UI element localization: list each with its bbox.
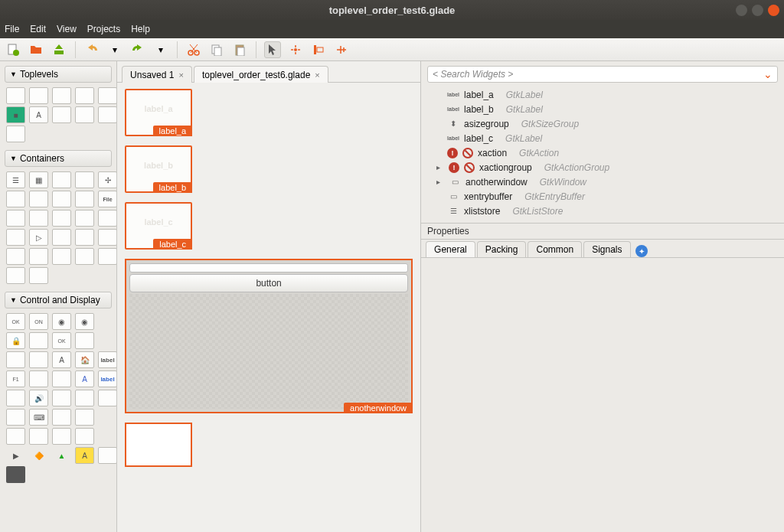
palette-item[interactable] (6, 409, 25, 426)
menu-view[interactable]: View (57, 24, 77, 34)
palette-item[interactable]: ■ (6, 106, 25, 123)
widget-label-c[interactable]: label_c label_c (125, 202, 192, 250)
tab-unsaved-1[interactable]: Unsaved 1× (122, 66, 192, 83)
palette-item[interactable] (29, 87, 48, 104)
palette-item[interactable] (29, 428, 48, 445)
palette-item[interactable] (98, 332, 117, 349)
palette-item[interactable] (75, 191, 94, 207)
menu-edit[interactable]: Edit (30, 24, 46, 34)
tab-signals[interactable]: Signals (583, 241, 630, 257)
palette-item[interactable] (98, 428, 117, 445)
palette-item[interactable] (98, 106, 117, 123)
palette-item[interactable] (98, 409, 117, 426)
close-icon[interactable]: × (315, 70, 319, 80)
palette-item[interactable] (6, 87, 25, 104)
palette-item[interactable] (6, 126, 25, 142)
tab-general[interactable]: General (426, 241, 475, 257)
palette-item[interactable] (98, 313, 117, 330)
palette-item[interactable]: A (75, 447, 94, 464)
tab-file[interactable]: toplevel_order_test6.glade× (194, 66, 328, 83)
palette-item[interactable] (98, 210, 117, 227)
palette-item[interactable]: OK (52, 332, 71, 349)
new-icon[interactable] (5, 41, 21, 58)
palette-item[interactable] (75, 428, 94, 445)
palette-item[interactable] (52, 87, 71, 104)
palette-item[interactable] (52, 370, 71, 387)
tree-item-xentrybuffer[interactable]: ▭ xentrybufferGtkEntryBuffer (426, 189, 779, 204)
redo-icon[interactable] (129, 41, 146, 58)
palette-item[interactable]: 🔒 (6, 332, 25, 349)
search-widgets-input[interactable]: < Search Widgets > ⌄ (427, 66, 778, 83)
palette-item[interactable]: ▶ (6, 447, 25, 464)
palette-item[interactable] (98, 87, 117, 104)
cut-icon[interactable] (185, 41, 202, 58)
palette-item[interactable] (29, 332, 48, 349)
palette-item[interactable] (6, 229, 25, 246)
align-icon[interactable] (333, 41, 350, 58)
tree-item-asizegroup[interactable]: ⬍ asizegroupGtkSizeGroup (426, 116, 779, 131)
palette-item[interactable] (29, 210, 48, 227)
tree-item-xaction[interactable]: ! xactionGtkAction (426, 145, 779, 160)
menu-projects[interactable]: Projects (87, 24, 120, 34)
accessibility-icon[interactable]: ✦ (635, 245, 648, 257)
chevron-down-icon[interactable]: ⌄ (763, 68, 773, 80)
palette-item[interactable] (75, 390, 94, 406)
palette-item[interactable] (75, 87, 94, 104)
palette-section-toplevels[interactable]: ▼Toplevels (5, 66, 112, 83)
drag-resize-icon[interactable] (287, 41, 304, 58)
palette-item[interactable]: A (29, 106, 48, 123)
palette-item[interactable] (75, 248, 94, 265)
window-entry-placeholder[interactable] (129, 263, 408, 273)
palette-section-control-display[interactable]: ▼Control and Display (5, 292, 112, 308)
palette-item[interactable] (75, 210, 94, 227)
palette-item[interactable] (75, 171, 94, 188)
close-icon[interactable]: × (178, 70, 183, 80)
palette-item[interactable] (52, 248, 71, 265)
palette-item[interactable] (29, 191, 48, 207)
palette-item[interactable] (98, 390, 117, 406)
palette-item[interactable] (52, 409, 71, 426)
palette-item[interactable] (6, 267, 25, 284)
palette-item[interactable] (29, 248, 48, 265)
tree-item-xliststore[interactable]: ☰ xliststoreGtkListStore (426, 204, 779, 218)
window-close-button[interactable] (768, 5, 779, 16)
tree-item-anotherwindow[interactable]: ▸▭ anotherwindowGtkWindow (426, 175, 779, 189)
palette-item[interactable] (52, 171, 71, 188)
palette-item[interactable] (52, 390, 71, 406)
design-canvas[interactable]: label_a label_a label_b label_b label_c … (117, 83, 420, 532)
palette-item[interactable] (52, 428, 71, 445)
open-icon[interactable] (28, 41, 44, 58)
tree-item-label_c[interactable]: label label_cGtkLabel (426, 131, 779, 145)
window-maximize-button[interactable] (752, 5, 763, 16)
palette-item[interactable]: 🔶 (29, 447, 48, 464)
palette-item[interactable]: A (75, 370, 94, 387)
palette-item[interactable] (52, 106, 71, 123)
palette-item[interactable] (6, 390, 25, 406)
palette-item[interactable] (6, 428, 25, 445)
tree-item-xactiongroup[interactable]: ▸! xactiongroupGtkActionGroup (426, 160, 779, 175)
menu-help[interactable]: Help (131, 24, 150, 34)
palette-item[interactable] (29, 267, 48, 284)
palette-item[interactable] (98, 229, 117, 246)
palette-item[interactable]: label (98, 351, 117, 368)
tab-common[interactable]: Common (528, 241, 582, 257)
widget-anotherwindow[interactable]: button anotherwindow (125, 259, 413, 413)
palette-item[interactable] (75, 106, 94, 123)
redo-dropdown-icon[interactable]: ▾ (152, 41, 169, 58)
window-placeholder-area[interactable] (129, 294, 408, 409)
palette-item[interactable] (52, 210, 71, 227)
palette-item[interactable]: ▲ (52, 447, 71, 464)
palette-item[interactable]: OK (6, 313, 25, 330)
undo-icon[interactable] (83, 41, 100, 58)
palette-item[interactable] (6, 191, 25, 207)
palette-item[interactable]: ☰ (6, 171, 25, 188)
palette-item[interactable] (75, 409, 94, 426)
tab-packing[interactable]: Packing (477, 241, 527, 257)
palette-item[interactable] (6, 466, 25, 483)
pointer-icon[interactable] (264, 41, 281, 58)
palette-item[interactable] (75, 332, 94, 349)
palette-item[interactable] (98, 447, 117, 464)
margin-left-icon[interactable] (310, 41, 327, 58)
tree-item-label_a[interactable]: label label_aGtkLabel (426, 87, 779, 102)
tree-item-label_b[interactable]: label label_bGtkLabel (426, 102, 779, 116)
